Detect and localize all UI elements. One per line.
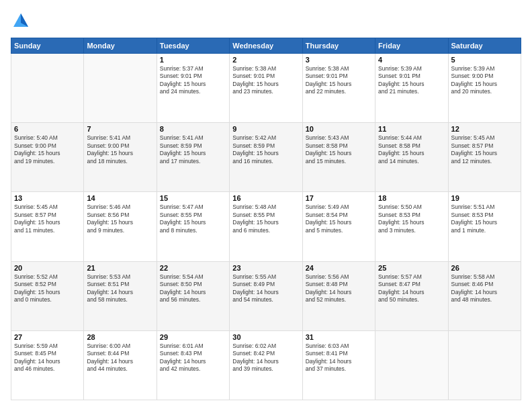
day-number: 14	[87, 194, 153, 202]
calendar-day-cell: 25Sunrise: 5:57 AM Sunset: 8:47 PM Dayli…	[375, 261, 448, 330]
day-info: Sunrise: 5:39 AM Sunset: 9:01 PM Dayligh…	[378, 65, 445, 96]
calendar-week-row: 27Sunrise: 5:59 AM Sunset: 8:45 PM Dayli…	[11, 330, 521, 400]
calendar-day-cell: 30Sunrise: 6:02 AM Sunset: 8:42 PM Dayli…	[230, 330, 302, 400]
page: SundayMondayTuesdayWednesdayThursdayFrid…	[0, 0, 532, 411]
day-of-week-header: Wednesday	[230, 38, 302, 54]
day-info: Sunrise: 5:54 AM Sunset: 8:50 PM Dayligh…	[160, 273, 226, 304]
day-info: Sunrise: 5:59 AM Sunset: 8:45 PM Dayligh…	[14, 342, 81, 373]
calendar-week-row: 1Sunrise: 5:37 AM Sunset: 9:01 PM Daylig…	[11, 54, 521, 123]
day-number: 7	[87, 125, 153, 133]
day-number: 1	[160, 56, 226, 64]
day-info: Sunrise: 5:57 AM Sunset: 8:47 PM Dayligh…	[378, 273, 445, 304]
calendar-day-cell: 28Sunrise: 6:00 AM Sunset: 8:44 PM Dayli…	[84, 330, 157, 400]
calendar-day-cell: 23Sunrise: 5:55 AM Sunset: 8:49 PM Dayli…	[230, 261, 302, 330]
day-info: Sunrise: 6:02 AM Sunset: 8:42 PM Dayligh…	[232, 342, 299, 373]
day-number: 25	[378, 264, 445, 272]
calendar-day-cell: 2Sunrise: 5:38 AM Sunset: 9:01 PM Daylig…	[230, 54, 302, 123]
day-info: Sunrise: 5:44 AM Sunset: 8:58 PM Dayligh…	[378, 134, 445, 165]
calendar-table: SundayMondayTuesdayWednesdayThursdayFrid…	[11, 38, 521, 400]
day-info: Sunrise: 5:58 AM Sunset: 8:46 PM Dayligh…	[451, 273, 518, 304]
day-number: 2	[232, 56, 299, 64]
calendar-day-cell	[375, 330, 448, 400]
day-number: 9	[232, 125, 299, 133]
calendar-day-cell: 27Sunrise: 5:59 AM Sunset: 8:45 PM Dayli…	[11, 330, 84, 400]
calendar-day-cell	[84, 54, 157, 123]
day-number: 15	[160, 194, 226, 202]
calendar-day-cell: 6Sunrise: 5:40 AM Sunset: 9:00 PM Daylig…	[11, 123, 84, 192]
calendar-day-cell: 18Sunrise: 5:50 AM Sunset: 8:53 PM Dayli…	[375, 192, 448, 261]
calendar-day-cell	[11, 54, 84, 123]
calendar-day-cell: 16Sunrise: 5:48 AM Sunset: 8:55 PM Dayli…	[230, 192, 302, 261]
day-number: 22	[160, 264, 226, 272]
day-info: Sunrise: 5:43 AM Sunset: 8:58 PM Dayligh…	[306, 134, 372, 165]
day-number: 28	[87, 333, 153, 341]
day-info: Sunrise: 5:51 AM Sunset: 8:53 PM Dayligh…	[451, 203, 518, 234]
day-info: Sunrise: 5:37 AM Sunset: 9:01 PM Dayligh…	[160, 65, 226, 96]
day-info: Sunrise: 5:38 AM Sunset: 9:01 PM Dayligh…	[306, 65, 372, 96]
calendar-day-cell: 9Sunrise: 5:42 AM Sunset: 8:59 PM Daylig…	[230, 123, 302, 192]
day-info: Sunrise: 5:48 AM Sunset: 8:55 PM Dayligh…	[232, 203, 299, 234]
calendar-day-cell: 24Sunrise: 5:56 AM Sunset: 8:48 PM Dayli…	[302, 261, 375, 330]
calendar-day-cell: 11Sunrise: 5:44 AM Sunset: 8:58 PM Dayli…	[375, 123, 448, 192]
logo	[11, 11, 34, 31]
calendar-day-cell: 8Sunrise: 5:41 AM Sunset: 8:59 PM Daylig…	[157, 123, 229, 192]
day-number: 11	[378, 125, 445, 133]
calendar-day-cell: 19Sunrise: 5:51 AM Sunset: 8:53 PM Dayli…	[448, 192, 521, 261]
calendar-day-cell: 1Sunrise: 5:37 AM Sunset: 9:01 PM Daylig…	[157, 54, 229, 123]
day-number: 27	[14, 333, 81, 341]
day-of-week-header: Monday	[84, 38, 157, 54]
day-number: 5	[451, 56, 518, 64]
calendar-day-cell: 12Sunrise: 5:45 AM Sunset: 8:57 PM Dayli…	[448, 123, 521, 192]
day-number: 10	[306, 125, 372, 133]
day-number: 26	[451, 264, 518, 272]
day-info: Sunrise: 5:50 AM Sunset: 8:53 PM Dayligh…	[378, 203, 445, 234]
calendar-day-cell: 22Sunrise: 5:54 AM Sunset: 8:50 PM Dayli…	[157, 261, 229, 330]
day-number: 4	[378, 56, 445, 64]
day-info: Sunrise: 5:41 AM Sunset: 9:00 PM Dayligh…	[87, 134, 153, 165]
day-info: Sunrise: 5:39 AM Sunset: 9:00 PM Dayligh…	[451, 65, 518, 96]
day-info: Sunrise: 5:53 AM Sunset: 8:51 PM Dayligh…	[87, 273, 153, 304]
day-info: Sunrise: 5:38 AM Sunset: 9:01 PM Dayligh…	[232, 65, 299, 96]
day-number: 21	[87, 264, 153, 272]
day-info: Sunrise: 6:03 AM Sunset: 8:41 PM Dayligh…	[306, 342, 372, 373]
calendar-day-cell: 13Sunrise: 5:45 AM Sunset: 8:57 PM Dayli…	[11, 192, 84, 261]
day-of-week-header: Sunday	[11, 38, 84, 54]
day-info: Sunrise: 6:00 AM Sunset: 8:44 PM Dayligh…	[87, 342, 153, 373]
day-info: Sunrise: 5:47 AM Sunset: 8:55 PM Dayligh…	[160, 203, 226, 234]
calendar-day-cell: 15Sunrise: 5:47 AM Sunset: 8:55 PM Dayli…	[157, 192, 229, 261]
calendar-day-cell: 14Sunrise: 5:46 AM Sunset: 8:56 PM Dayli…	[84, 192, 157, 261]
day-number: 8	[160, 125, 226, 133]
calendar-day-cell: 4Sunrise: 5:39 AM Sunset: 9:01 PM Daylig…	[375, 54, 448, 123]
calendar-day-cell: 7Sunrise: 5:41 AM Sunset: 9:00 PM Daylig…	[84, 123, 157, 192]
calendar-day-cell: 5Sunrise: 5:39 AM Sunset: 9:00 PM Daylig…	[448, 54, 521, 123]
day-info: Sunrise: 5:56 AM Sunset: 8:48 PM Dayligh…	[306, 273, 372, 304]
header	[11, 11, 521, 31]
day-of-week-header: Thursday	[302, 38, 375, 54]
calendar-day-cell: 20Sunrise: 5:52 AM Sunset: 8:52 PM Dayli…	[11, 261, 84, 330]
calendar-day-cell: 3Sunrise: 5:38 AM Sunset: 9:01 PM Daylig…	[302, 54, 375, 123]
calendar-day-cell: 10Sunrise: 5:43 AM Sunset: 8:58 PM Dayli…	[302, 123, 375, 192]
day-info: Sunrise: 6:01 AM Sunset: 8:43 PM Dayligh…	[160, 342, 226, 373]
calendar-day-cell	[448, 330, 521, 400]
day-info: Sunrise: 5:42 AM Sunset: 8:59 PM Dayligh…	[232, 134, 299, 165]
day-info: Sunrise: 5:40 AM Sunset: 9:00 PM Dayligh…	[14, 134, 81, 165]
day-info: Sunrise: 5:55 AM Sunset: 8:49 PM Dayligh…	[232, 273, 299, 304]
day-number: 6	[14, 125, 81, 133]
day-of-week-header: Saturday	[448, 38, 521, 54]
day-number: 24	[306, 264, 372, 272]
day-info: Sunrise: 5:41 AM Sunset: 8:59 PM Dayligh…	[160, 134, 226, 165]
day-number: 29	[160, 333, 226, 341]
day-number: 16	[232, 194, 299, 202]
day-info: Sunrise: 5:45 AM Sunset: 8:57 PM Dayligh…	[14, 203, 81, 234]
calendar-day-cell: 17Sunrise: 5:49 AM Sunset: 8:54 PM Dayli…	[302, 192, 375, 261]
calendar-week-row: 20Sunrise: 5:52 AM Sunset: 8:52 PM Dayli…	[11, 261, 521, 330]
day-number: 3	[306, 56, 372, 64]
day-number: 18	[378, 194, 445, 202]
calendar-day-cell: 26Sunrise: 5:58 AM Sunset: 8:46 PM Dayli…	[448, 261, 521, 330]
logo-icon	[11, 11, 31, 31]
day-info: Sunrise: 5:45 AM Sunset: 8:57 PM Dayligh…	[451, 134, 518, 165]
day-info: Sunrise: 5:52 AM Sunset: 8:52 PM Dayligh…	[14, 273, 81, 304]
calendar-week-row: 13Sunrise: 5:45 AM Sunset: 8:57 PM Dayli…	[11, 192, 521, 261]
day-number: 23	[232, 264, 299, 272]
day-number: 20	[14, 264, 81, 272]
